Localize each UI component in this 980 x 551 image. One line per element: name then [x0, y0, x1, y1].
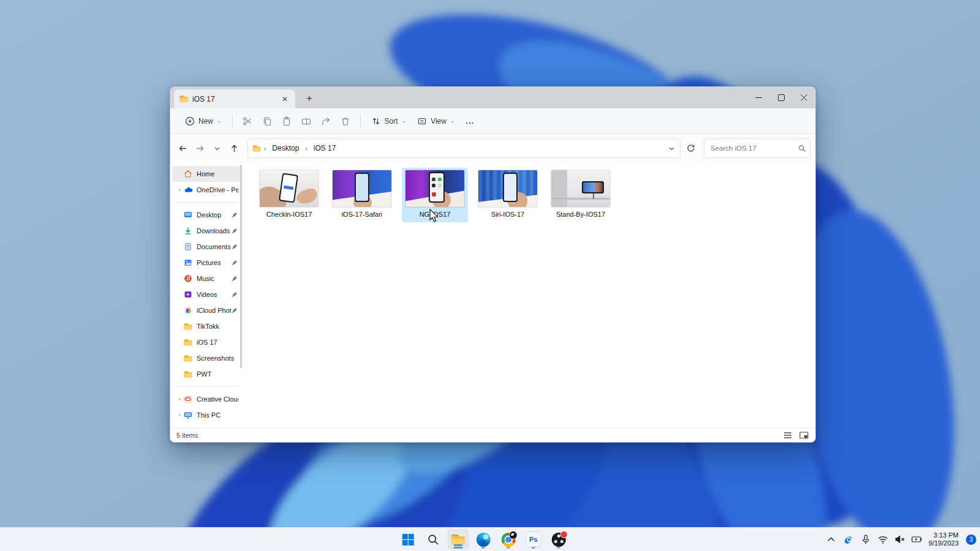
sidebar-item-home[interactable]: Home [172, 166, 241, 182]
file-list: Checkin-IOS17 iOS-17-Safari NG-iOS17 [243, 162, 815, 428]
explorer-main: Home › OneDrive - Pers Desktop [170, 162, 815, 428]
taskbar-photoshop-button[interactable]: Ps [523, 530, 544, 549]
search-icon[interactable] [798, 144, 806, 152]
delete-button[interactable] [336, 112, 355, 130]
sidebar-item-documents[interactable]: Documents [172, 239, 241, 255]
details-view-button[interactable] [782, 431, 793, 440]
tab-close-icon[interactable]: ✕ [279, 94, 290, 105]
sidebar-item-pictures[interactable]: Pictures [172, 255, 241, 271]
sort-icon [371, 116, 381, 126]
file-item-siri[interactable]: Siri-IOS-17 [475, 168, 541, 222]
forward-button[interactable] [192, 140, 208, 156]
start-button[interactable] [398, 530, 418, 549]
breadcrumb-separator: › [264, 145, 266, 152]
address-dropdown-icon[interactable] [668, 145, 675, 152]
large-thumbnails-view-button[interactable] [798, 431, 809, 440]
magnifier-tray-icon [843, 534, 854, 545]
taskbar-clock[interactable]: 3:13 PM 9/19/2023 [929, 531, 959, 547]
sidebar-item-downloads[interactable]: Downloads [172, 223, 241, 239]
chevron-up-icon [827, 537, 835, 542]
tab-ios17[interactable]: iOS 17 ✕ [174, 89, 295, 108]
sidebar-item-music[interactable]: Music [172, 271, 241, 287]
chevron-down-icon: ⌄ [217, 119, 222, 124]
desktop-icon [183, 210, 193, 220]
taskbar-file-explorer-button[interactable] [448, 530, 469, 549]
sidebar-item-ios17[interactable]: iOS 17 [172, 334, 241, 350]
pin-icon [231, 307, 238, 313]
sidebar-divider [175, 386, 238, 387]
thumbnail-view-icon [799, 432, 809, 439]
copy-icon [262, 116, 273, 127]
sidebar-item-desktop[interactable]: Desktop [172, 207, 241, 223]
pin-icon [231, 244, 238, 250]
trash-icon [340, 116, 351, 127]
maximize-button[interactable] [770, 87, 793, 108]
new-button[interactable]: New ⌄ [180, 113, 227, 129]
view-icon [417, 116, 427, 126]
share-icon [320, 116, 331, 127]
file-item-standby[interactable]: Stand-By-IOS17 [548, 168, 614, 222]
chevron-right-icon[interactable]: › [176, 396, 183, 402]
refresh-button[interactable] [683, 140, 699, 156]
tray-overflow-button[interactable] [826, 532, 837, 547]
pin-icon [231, 228, 238, 234]
sidebar-item-icloud-photos[interactable]: iCloud Photo [172, 302, 241, 318]
sidebar-item-pwt[interactable]: PWT [172, 366, 241, 382]
microphone-tray-icon[interactable] [860, 532, 871, 547]
arrow-up-icon [230, 144, 239, 153]
taskbar-obs-button[interactable] [548, 530, 569, 549]
taskbar-chrome-button[interactable] [498, 530, 519, 549]
file-name: iOS-17-Safari [342, 211, 383, 218]
view-button[interactable]: View ⌄ [412, 113, 459, 129]
address-bar[interactable]: › Desktop › iOS 17 [247, 138, 680, 158]
search-input[interactable] [709, 144, 798, 152]
taskbar-search-button[interactable] [423, 530, 443, 549]
battery-tray-icon[interactable] [911, 532, 922, 547]
icloud-photos-icon [183, 305, 193, 315]
file-item-safari[interactable]: iOS-17-Safari [329, 168, 395, 222]
back-button[interactable] [175, 140, 190, 156]
sidebar-item-tiktokk[interactable]: TikTokk [172, 318, 241, 334]
documents-icon [183, 242, 193, 252]
recent-locations-button[interactable] [209, 140, 225, 156]
volume-muted-tray-icon[interactable] [894, 532, 905, 547]
new-tab-button[interactable]: + [301, 91, 317, 107]
search-box[interactable] [704, 138, 810, 158]
chevron-right-icon[interactable]: › [176, 412, 183, 418]
minimize-button[interactable] [747, 87, 770, 108]
sidebar-item-creative-cloud[interactable]: › Creative Cloud F [172, 391, 241, 407]
tray-time: 3:13 PM [929, 531, 959, 539]
sidebar-item-screenshots[interactable]: Screenshots [172, 350, 241, 366]
creative-cloud-icon [183, 394, 193, 404]
copy-button[interactable] [258, 112, 276, 130]
tray-app-button[interactable] [843, 532, 854, 547]
breadcrumb-ios17[interactable]: iOS 17 [311, 143, 339, 154]
see-more-button[interactable]: ... [461, 112, 479, 130]
downloads-icon [183, 226, 193, 236]
details-view-icon [783, 432, 792, 439]
chevron-right-icon[interactable]: › [176, 187, 183, 193]
sidebar-item-videos[interactable]: Videos [172, 287, 241, 302]
toolbar-separator [360, 114, 361, 128]
paste-button[interactable] [277, 112, 296, 130]
share-button[interactable] [317, 112, 335, 130]
file-thumbnail [551, 170, 610, 207]
breadcrumb-desktop[interactable]: Desktop [270, 143, 301, 154]
sidebar-item-onedrive[interactable]: › OneDrive - Pers [172, 182, 241, 198]
breadcrumb-separator: › [305, 145, 307, 152]
folder-icon [183, 353, 193, 363]
taskbar-edge-button[interactable] [473, 530, 494, 549]
folder-icon [183, 337, 193, 347]
wifi-tray-icon[interactable] [877, 532, 888, 547]
home-icon [183, 169, 193, 179]
sort-button[interactable]: Sort ⌄ [366, 113, 412, 129]
notification-badge[interactable]: 3 [966, 534, 976, 545]
file-item-checkin[interactable]: Checkin-IOS17 [256, 168, 322, 222]
cut-button[interactable] [238, 112, 257, 130]
rename-button[interactable] [297, 112, 315, 130]
sidebar-item-this-pc[interactable]: › This PC [172, 407, 241, 423]
paste-icon [281, 116, 292, 127]
tab-strip: iOS 17 ✕ + [170, 87, 815, 108]
close-button[interactable] [793, 87, 815, 108]
up-button[interactable] [226, 140, 242, 156]
